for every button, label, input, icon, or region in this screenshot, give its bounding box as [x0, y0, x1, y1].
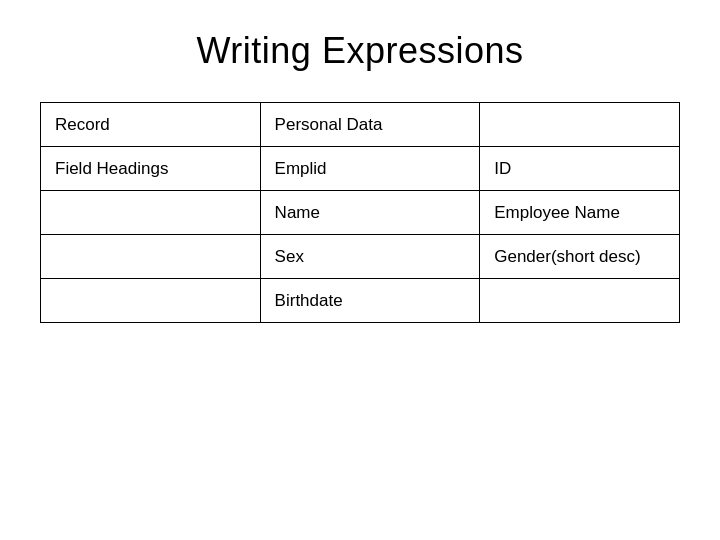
row4-col1 — [41, 235, 261, 279]
expressions-table: Record Personal Data Field Headings Empl… — [40, 102, 680, 323]
table-row: Birthdate — [41, 279, 680, 323]
row1-col1: Record — [41, 103, 261, 147]
row3-col3: Employee Name — [480, 191, 680, 235]
page-title: Writing Expressions — [197, 30, 524, 72]
row5-col2: Birthdate — [260, 279, 480, 323]
row5-col1 — [41, 279, 261, 323]
row4-col3: Gender(short desc) — [480, 235, 680, 279]
row5-col3 — [480, 279, 680, 323]
row1-col3 — [480, 103, 680, 147]
row2-col2: Emplid — [260, 147, 480, 191]
table-row: Name Employee Name — [41, 191, 680, 235]
row4-col2: Sex — [260, 235, 480, 279]
row2-col3: ID — [480, 147, 680, 191]
row3-col2: Name — [260, 191, 480, 235]
row3-col1 — [41, 191, 261, 235]
row2-col1: Field Headings — [41, 147, 261, 191]
table-row: Record Personal Data — [41, 103, 680, 147]
main-table-container: Record Personal Data Field Headings Empl… — [40, 102, 680, 323]
table-row: Sex Gender(short desc) — [41, 235, 680, 279]
table-row: Field Headings Emplid ID — [41, 147, 680, 191]
row1-col2: Personal Data — [260, 103, 480, 147]
